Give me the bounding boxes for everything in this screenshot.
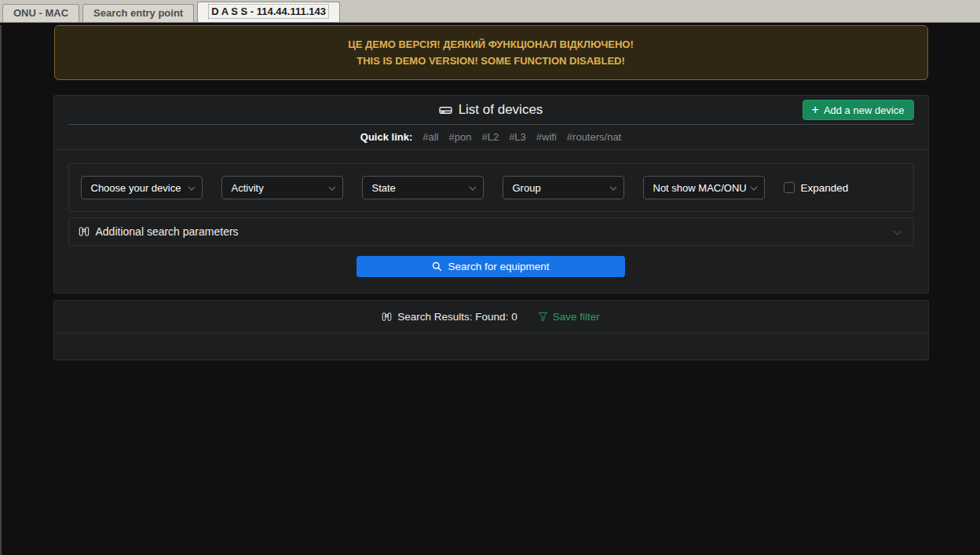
quick-link-routers-nat[interactable]: #routers/nat (567, 131, 621, 143)
page-title-text: List of devices (459, 102, 543, 118)
additional-search-parameters-label: Additional search parameters (96, 225, 239, 238)
chevron-down-icon (188, 186, 196, 191)
mac-onu-select[interactable]: Not show MAC/ONU (643, 176, 765, 199)
add-device-button[interactable]: + Add a new device (803, 100, 914, 120)
filter-selects-box: Choose your device Activity State (68, 163, 914, 212)
binoculars-icon (382, 312, 392, 322)
funnel-icon (538, 312, 548, 322)
tab-label: D A S S - 114.44.111.143 (208, 4, 329, 19)
browser-tab-search-entry-point[interactable]: Search entry point (82, 4, 194, 22)
chevron-down-icon (893, 230, 901, 235)
browser-tab-onu-mac[interactable]: ONU - MAC (2, 4, 79, 22)
results-header-row: Search Results: Found: 0 Save filter (54, 301, 928, 334)
filter-area: Choose your device Activity State (54, 150, 928, 293)
results-empty-body (54, 334, 928, 360)
state-select[interactable]: State (362, 176, 484, 199)
search-for-equipment-button[interactable]: Search for equipment (357, 256, 625, 277)
page-title: List of devices (439, 102, 543, 118)
expanded-checkbox-wrap[interactable]: Expanded (784, 182, 849, 194)
results-card: Search Results: Found: 0 Save filter (53, 300, 929, 360)
demo-warning-banner: ЦЕ ДЕМО ВЕРСІЯ! ДЕЯКИЙ ФУНКЦІОНАЛ ВІДКЛЮ… (54, 25, 928, 80)
devices-card: List of devices + Add a new device Quick… (53, 95, 929, 294)
chevron-down-icon (750, 186, 758, 191)
demo-warning-line-uk: ЦЕ ДЕМО ВЕРСІЯ! ДЕЯКИЙ ФУНКЦІОНАЛ ВІДКЛЮ… (55, 36, 927, 53)
hdd-icon (439, 104, 452, 117)
quick-link-all[interactable]: #all (422, 131, 438, 143)
quick-link-wifi[interactable]: #wifi (536, 131, 557, 143)
chevron-down-icon (328, 186, 336, 191)
chevron-down-icon (469, 186, 477, 191)
group-select[interactable]: Group (503, 176, 624, 199)
activity-select-value: Activity (232, 182, 264, 194)
expanded-checkbox-label: Expanded (801, 182, 849, 194)
plus-icon: + (812, 104, 819, 116)
quick-link-l3[interactable]: #L3 (509, 131, 526, 143)
page-content: ЦЕ ДЕМО ВЕРСІЯ! ДЕЯКИЙ ФУНКЦІОНАЛ ВІДКЛЮ… (0, 25, 980, 555)
device-select[interactable]: Choose your device (81, 176, 203, 199)
expanded-checkbox[interactable] (784, 182, 795, 193)
devices-card-header: List of devices + Add a new device (54, 96, 928, 124)
quick-links-row: Quick link: #all #pon #L2 #L3 #wifi #rou… (54, 125, 928, 150)
browser-tab-dass-active[interactable]: D A S S - 114.44.111.143 (197, 2, 340, 22)
quick-link-l2[interactable]: #L2 (481, 131, 499, 143)
results-summary-text: Search Results: Found: 0 (397, 311, 517, 323)
activity-select[interactable]: Activity (221, 176, 343, 199)
save-filter-label: Save filter (553, 311, 600, 323)
save-filter-link[interactable]: Save filter (538, 311, 600, 323)
add-device-button-label: Add a new device (824, 104, 905, 116)
quick-link-label: Quick link: (360, 131, 412, 143)
search-icon (432, 261, 442, 272)
chevron-down-icon (609, 186, 617, 191)
search-button-label: Search for equipment (448, 261, 549, 272)
state-select-value: State (372, 182, 396, 194)
group-select-value: Group (513, 182, 541, 194)
browser-tab-bar: ONU - MAC Search entry point D A S S - 1… (0, 0, 980, 23)
binoculars-icon (79, 226, 90, 237)
quick-link-pon[interactable]: #pon (449, 131, 472, 143)
device-select-value: Choose your device (91, 182, 181, 194)
demo-warning-line-en: THIS IS DEMO VERSION! SOME FUNCTION DISA… (55, 53, 927, 69)
tab-label: ONU - MAC (13, 7, 68, 19)
additional-search-parameters-toggle[interactable]: Additional search parameters (68, 217, 914, 246)
results-summary: Search Results: Found: 0 (382, 311, 517, 323)
mac-onu-select-value: Not show MAC/ONU (653, 182, 747, 194)
tab-label: Search entry point (93, 7, 183, 19)
